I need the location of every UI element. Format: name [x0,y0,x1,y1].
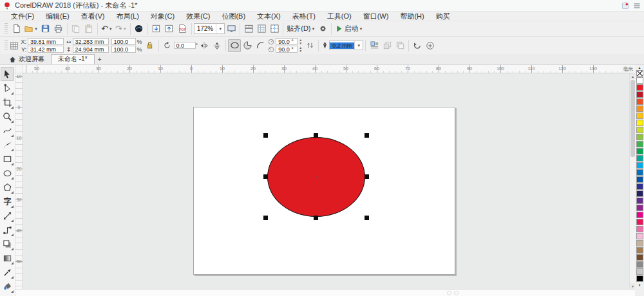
open-button[interactable]: ▼ [23,23,39,35]
zoom-dropdown-caret[interactable]: ▼ [216,24,224,33]
titlebar-menu-icon[interactable] [633,2,641,10]
color-swatch[interactable] [636,254,643,261]
color-swatch[interactable] [636,198,643,204]
color-swatch[interactable] [636,233,643,239]
tab-welcome-screen[interactable]: 欢迎屏幕 [3,54,51,64]
color-swatch[interactable] [636,113,643,119]
menu-item[interactable]: 编辑(E) [40,12,75,21]
color-swatch[interactable] [636,261,643,268]
color-swatch[interactable] [636,84,643,91]
palette-scroll-down[interactable]: ▼ [638,282,641,288]
selection-handle-se[interactable] [365,216,369,220]
color-swatch[interactable] [636,205,643,211]
menu-item[interactable]: 对象(C) [145,12,180,21]
color-swatch[interactable] [636,226,643,232]
lock-ratio-button[interactable] [144,39,156,52]
scale-v-field[interactable]: 100.0 [111,46,136,53]
print-button[interactable] [52,23,65,35]
propbar-grip[interactable] [5,40,8,51]
object-center-marker[interactable]: × [314,174,319,180]
fullscreen-preview-button[interactable] [225,23,238,35]
new-tab-button[interactable]: + [95,54,105,64]
end-angle-field[interactable]: 90.0 ° [276,46,298,53]
drawing-canvas[interactable]: × [23,73,629,289]
transparency-tool[interactable] [1,251,14,265]
undo-dropdown-caret[interactable]: ▼ [109,27,113,31]
connector-tool[interactable] [1,223,14,237]
paste-button[interactable] [82,23,95,35]
selection-handle-ne[interactable] [365,133,369,138]
color-swatch[interactable] [636,148,643,154]
zoom-tool[interactable] [1,109,14,124]
ruler-origin-corner[interactable] [15,65,23,73]
outline-width-combo[interactable]: 0.2 mm ▼ [329,41,363,50]
menu-item[interactable]: 表格(T) [287,12,321,21]
color-swatch[interactable] [636,91,643,98]
export-button[interactable] [163,23,176,35]
color-swatch[interactable] [636,162,643,169]
menu-item[interactable]: 布局(L) [110,12,144,21]
color-swatch[interactable] [636,77,643,84]
drop-shadow-tool[interactable] [1,237,14,251]
start-angle-spinner[interactable]: ▲▼ [299,39,302,45]
color-swatch[interactable] [636,155,643,162]
wrap-text-button[interactable] [368,39,381,52]
color-swatch[interactable] [636,120,643,126]
menu-item[interactable]: 位图(B) [216,12,251,21]
options-button[interactable] [316,23,329,35]
publish-pdf-button[interactable]: PDF [176,23,189,35]
mirror-horizontal-button[interactable] [198,39,211,52]
show-rulers-button[interactable] [242,23,255,35]
selection-handle-sw[interactable] [263,216,268,220]
titlebar-badge-icon[interactable] [621,2,629,10]
color-swatch[interactable] [636,127,643,133]
outline-width-caret[interactable]: ▼ [354,41,363,50]
x-position-field[interactable]: 39.81 mm [28,38,64,45]
end-angle-spinner[interactable]: ▲▼ [299,46,302,53]
menu-item[interactable]: 购买 [430,12,456,21]
show-grid-button[interactable] [255,23,268,35]
rotation-field[interactable]: 0.0 [174,42,196,49]
interactive-fill-tool[interactable] [1,279,14,293]
selection-handle-s[interactable] [314,216,318,220]
freehand-tool[interactable] [1,124,14,138]
save-button[interactable] [39,23,52,35]
shape-tool[interactable] [1,81,14,95]
undo-button[interactable]: ↶ ▼ [100,23,114,35]
change-direction-button[interactable] [303,39,316,52]
color-swatch[interactable] [636,134,643,140]
color-swatch[interactable] [636,98,643,105]
ellipse-mode-button[interactable] [228,39,241,52]
add-property-button[interactable] [424,39,437,52]
import-button[interactable] [150,23,163,35]
vertical-scrollbar[interactable]: ▲ ▼ [629,73,635,289]
selection-handle-nw[interactable] [263,133,268,138]
menu-item[interactable]: 文件(F) [5,12,40,21]
artistic-media-tool[interactable] [1,138,14,152]
rectangle-tool[interactable] [1,152,14,166]
pick-tool[interactable] [1,67,14,81]
height-field[interactable]: 24.904 mm [73,46,109,53]
scale-h-field[interactable]: 100.0 [111,38,136,45]
zoom-level-combo[interactable]: 172% ▼ [194,23,225,34]
color-swatch[interactable] [636,106,643,112]
snap-to-button[interactable]: 贴齐(D) ▼ [285,23,316,35]
selection-handle-w[interactable] [263,174,268,179]
color-swatch[interactable] [636,190,643,197]
show-guidelines-button[interactable] [268,23,281,35]
color-swatch[interactable] [636,268,643,275]
menu-item[interactable]: 工具(O) [321,12,357,21]
crop-tool[interactable] [1,95,14,109]
selection-handle-n[interactable] [314,133,318,138]
redo-button[interactable]: ↷ ▼ [114,23,128,35]
tab-document[interactable]: 未命名 -1* [51,54,95,64]
selection-handle-e[interactable] [365,174,369,179]
width-field[interactable]: 32.283 mm [73,38,109,45]
color-swatch[interactable] [636,176,643,183]
redo-dropdown-caret[interactable]: ▼ [123,27,127,31]
color-swatch[interactable] [636,240,643,246]
polygon-tool[interactable] [1,180,14,194]
scrollbar-thumb[interactable] [630,80,635,157]
color-swatch[interactable] [636,275,643,282]
arc-mode-button[interactable] [254,39,267,52]
